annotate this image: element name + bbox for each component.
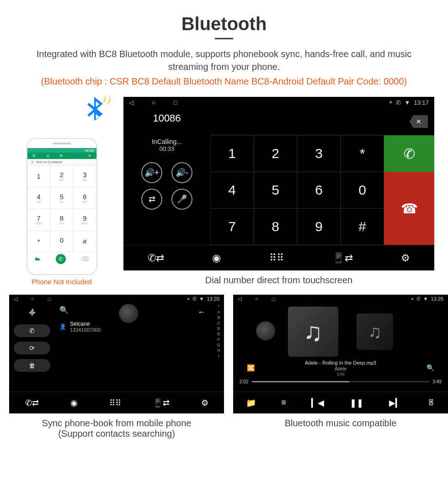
signal-icon: ▼ [423,296,428,302]
prev-button[interactable]: ▎◀ [311,398,324,408]
playlist-button[interactable]: ≡ [281,398,286,408]
add-to-contacts: +Add to Contacts [27,159,96,165]
phone-backspace-icon: ⌫ [81,256,89,262]
call-duration: 00:33 [160,145,175,152]
search-icon[interactable]: 🔍 [59,306,219,314]
page-subtitle: Integrated with BC8 Bluetooth module, su… [27,48,421,73]
dial-key-6[interactable]: 6 [297,172,341,208]
page-title: Bluetooth [9,14,439,34]
signal-wave-icon: ⟯⟯ [101,93,114,107]
contact-row[interactable]: 👤 Seicane 13241007000 [59,321,219,333]
signal-icon: ▼ [405,99,411,106]
phone-key-1: 1 [27,165,50,187]
device-tab[interactable]: 📱⇄ [332,252,353,264]
nav-home-icon[interactable]: ○ [255,296,258,302]
delete-button[interactable]: 🗑 [14,359,50,372]
person-icon: 👤 [59,323,66,330]
phone-key-#: # [73,231,96,253]
sync-button[interactable]: ⟳ [14,342,50,355]
dial-key-3[interactable]: 3 [297,135,341,172]
nav-back-icon[interactable]: ◁ [129,99,133,106]
back-arrow-icon[interactable]: ← [197,307,206,317]
nav-back-icon[interactable]: ◁ [14,296,17,302]
dial-key-5[interactable]: 5 [254,172,297,208]
mic-button[interactable]: 🎤 [171,189,192,210]
next-button[interactable]: ▶▎ [389,398,402,408]
device-tab[interactable]: 📱⇄ [153,398,170,408]
index-E[interactable]: E [217,331,220,337]
dial-key-0[interactable]: 0 [341,172,384,208]
call-log-tab[interactable]: ✆⇄ [25,398,39,408]
index-A[interactable]: A [217,309,220,315]
keypad-tab[interactable]: ⠿⠿ [109,398,121,408]
assist-button[interactable] [119,304,138,323]
dial-key-hash[interactable]: # [341,208,384,245]
settings-tab[interactable]: ⚙ [201,398,208,408]
typed-number: 10086 [153,112,181,124]
smartphone-mockup: MOBS ☰⏱⊞👤★ +Add to Contacts 12ABC3DEF4GH… [27,138,97,275]
alphabet-index[interactable]: *ABCDEFGHI [217,304,220,359]
index-H[interactable]: H [217,348,220,353]
dial-key-1[interactable]: 1 [210,135,254,172]
phone-key-*: * [27,231,50,253]
transfer-button[interactable]: ⇄ [141,189,162,210]
nav-recent-icon[interactable]: □ [174,99,177,106]
equalizer-button[interactable]: 🎚 [427,398,435,408]
dial-key-4[interactable]: 4 [210,172,254,208]
track-filename: Adele - Rolling In the Deep.mp3 [233,360,448,366]
contacts-tab[interactable]: ◉ [212,252,221,264]
phone-not-included-label: Phone Not Included [9,278,114,286]
index-I[interactable]: I [217,353,220,359]
phone-key-5: 5JKL [50,187,73,209]
nav-recent-icon[interactable]: □ [272,296,275,302]
pause-button[interactable]: ❚❚ [350,398,363,408]
status-time: 13:26 [431,296,443,302]
dial-key-9[interactable]: 9 [297,208,341,245]
dial-key-7[interactable]: 7 [210,208,254,245]
album-art-current[interactable]: ♫ [288,307,338,357]
status-time: 13:20 [207,296,219,302]
index-D[interactable]: D [217,326,220,331]
folder-button[interactable]: 📁 [246,398,256,408]
settings-tab[interactable]: ⚙ [401,252,410,264]
bluetooth-spec: (Bluetooth chip : CSR BC8 Default Blueto… [37,75,411,88]
volume-down-button[interactable]: 🔊- [171,162,192,183]
contacts-tab[interactable]: ◉ [70,398,78,408]
nav-back-icon[interactable]: ◁ [238,296,241,302]
nav-home-icon[interactable]: ○ [31,296,34,302]
dial-display [210,108,384,135]
hangup-button[interactable]: ☎ [384,172,434,245]
dial-key-2[interactable]: 2 [254,135,297,172]
dialer-caption: Dial number direct from touchscreen [123,275,434,286]
dialer-screenshot: ◁ ○ □ ⌖ ✆ ▼ 13:17 10086 InCalling... [123,97,434,270]
call-log-button[interactable]: ✆ [14,324,50,337]
phonebook-caption2: (Support contacts searching) [9,429,224,439]
keypad-tab[interactable]: ⠿⠿ [269,252,284,264]
index-*[interactable]: * [217,304,220,309]
search-icon[interactable]: 🔍 [427,364,434,371]
music-caption: Bluetooth music compatible [233,418,448,429]
dial-key-8[interactable]: 8 [254,208,297,245]
phone-tabs: ☰⏱⊞👤★ [27,153,96,159]
nav-home-icon[interactable]: ○ [152,99,155,106]
phone-key-6: 6MNO [73,187,96,209]
call-button[interactable]: ✆ [384,135,434,172]
phone-status-icon: ✆ [396,99,401,106]
call-log-tab[interactable]: ✆⇄ [148,252,164,264]
index-G[interactable]: G [217,342,220,348]
album-art-next[interactable]: ♫ [357,313,393,350]
index-B[interactable]: B [217,315,220,320]
backspace-button[interactable]: ✕ [384,108,434,135]
index-F[interactable]: F [217,337,220,342]
elapsed-time: 2:02 [240,379,248,384]
nav-recent-icon[interactable]: □ [48,296,51,302]
bluetooth-icon[interactable]: ⌖⃰ [29,306,36,320]
index-C[interactable]: C [217,320,220,326]
shuffle-icon[interactable]: 🔀 [247,364,255,371]
title-underline [215,38,233,39]
video-icon: ■▸ [35,256,41,262]
volume-up-button[interactable]: 🔊+ [141,162,162,183]
bluetooth-icon: ⟯⟯ [83,97,105,130]
dial-key-star[interactable]: * [341,135,384,172]
progress-bar[interactable] [252,381,429,382]
